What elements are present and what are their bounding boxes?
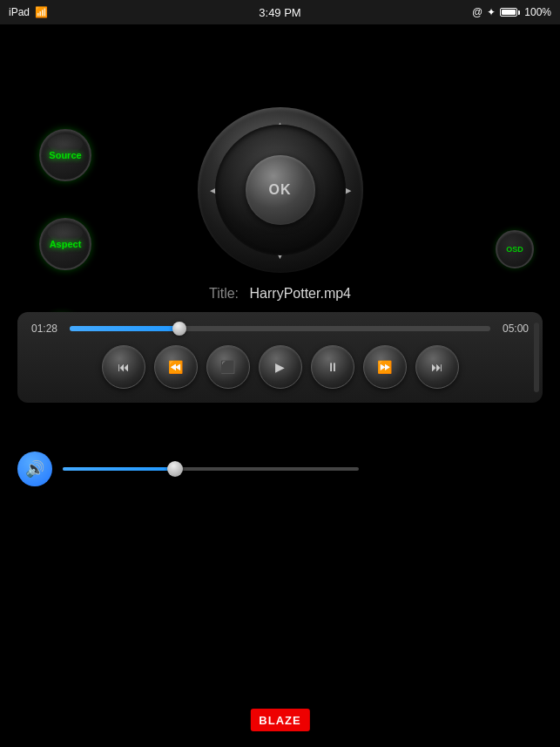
stop-button[interactable]: ⬛ — [206, 345, 250, 389]
status-right: @ ✦ 100% — [472, 6, 551, 18]
source-button[interactable]: Source — [39, 129, 91, 181]
play-button[interactable]: ▶ — [259, 345, 302, 389]
play-icon: ▶ — [275, 360, 285, 374]
blaze-label: BLAZE — [259, 714, 300, 727]
total-time: 05:00 — [497, 323, 529, 335]
volume-thumb[interactable] — [167, 461, 183, 477]
volume-fill — [63, 467, 175, 471]
dpad-outer[interactable]: ▲ ▼ ◀ ▶ OK — [198, 107, 363, 273]
progress-fill — [70, 326, 179, 331]
battery-label: 100% — [524, 6, 551, 18]
prev-chapter-button[interactable]: ⏮ — [102, 345, 145, 389]
volume-area: 🔊 — [17, 452, 543, 486]
at-icon: @ — [472, 6, 482, 18]
scroll-indicator — [534, 323, 539, 392]
status-left: iPad 📶 — [9, 6, 48, 18]
progress-row: 01:28 05:00 — [31, 323, 529, 335]
device-label: iPad — [9, 6, 30, 18]
dpad-container: ▲ ▼ ◀ ▶ OK — [198, 107, 363, 273]
dpad-inner: OK — [215, 125, 346, 255]
volume-track[interactable] — [63, 467, 359, 471]
wifi-icon: 📶 — [35, 6, 48, 18]
source-label: Source — [49, 150, 81, 160]
stop-icon: ⬛ — [220, 360, 235, 374]
title-bar: Title: HarryPotter.mp4 — [0, 286, 560, 302]
next-chapter-button[interactable]: ⏭ — [415, 345, 459, 389]
transport-area: 01:28 05:00 ⏮ ⏪ ⬛ ▶ ⏸ — [17, 312, 543, 403]
fast-forward-button[interactable]: ⏩ — [363, 345, 407, 389]
aspect-label: Aspect — [50, 239, 82, 249]
fast-forward-icon: ⏩ — [377, 360, 392, 374]
pause-icon: ⏸ — [327, 360, 339, 374]
osd-label: OSD — [506, 245, 523, 254]
osd-button[interactable]: OSD — [496, 230, 534, 268]
transport-buttons: ⏮ ⏪ ⬛ ▶ ⏸ ⏩ ⏭ — [31, 345, 529, 389]
next-chapter-icon: ⏭ — [431, 360, 443, 374]
status-bar: iPad 📶 3:49 PM @ ✦ 100% — [0, 0, 560, 24]
ok-label: OK — [269, 182, 292, 198]
ok-button[interactable]: OK — [246, 155, 315, 225]
current-time: 01:28 — [31, 323, 63, 335]
speaker-icon: 🔊 — [25, 459, 44, 479]
volume-icon[interactable]: 🔊 — [17, 452, 52, 486]
aspect-button[interactable]: Aspect — [39, 218, 91, 270]
time-display: 3:49 PM — [259, 6, 300, 19]
bluetooth-icon: ✦ — [487, 6, 496, 18]
battery-indicator — [500, 8, 520, 17]
pause-button[interactable]: ⏸ — [311, 345, 354, 389]
rewind-button[interactable]: ⏪ — [154, 345, 198, 389]
rewind-icon: ⏪ — [168, 360, 183, 374]
title-label: Title: — [209, 286, 239, 301]
title-value: HarryPotter.mp4 — [250, 286, 351, 301]
progress-track[interactable] — [70, 326, 490, 331]
blaze-logo: BLAZE — [250, 709, 309, 731]
main-area: Source Aspect BACK OSD 👁 ▲ ▼ ◀ ▶ OK Titl… — [0, 24, 560, 747]
progress-thumb[interactable] — [172, 322, 186, 336]
prev-chapter-icon: ⏮ — [118, 360, 130, 374]
